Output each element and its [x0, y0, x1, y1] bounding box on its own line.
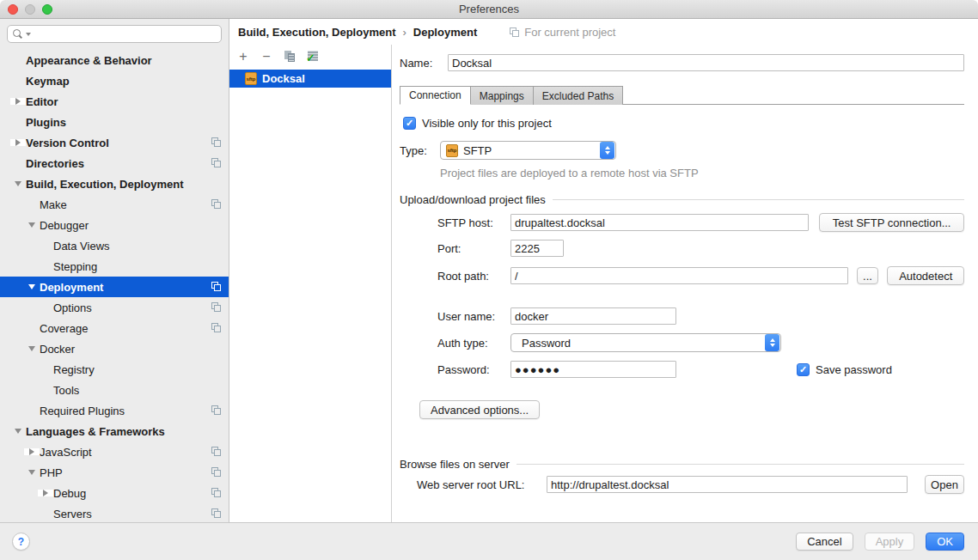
- sidebar-item-stepping[interactable]: Stepping: [0, 256, 229, 277]
- server-item-label: Docksal: [262, 72, 305, 85]
- browse-root-path-button[interactable]: ...: [857, 267, 879, 284]
- preferences-window: Preferences Appearance & BehaviorKeymapE…: [0, 0, 978, 560]
- per-project-icon: [211, 508, 222, 519]
- use-as-default-button[interactable]: [306, 50, 320, 64]
- chevron-right-icon[interactable]: [24, 448, 40, 455]
- sidebar-item-build-execution-deployment[interactable]: Build, Execution, Deployment: [0, 173, 229, 194]
- sidebar-item-docker[interactable]: Docker: [0, 338, 229, 359]
- chevron-down-icon[interactable]: [10, 181, 26, 186]
- help-button[interactable]: ?: [12, 533, 30, 551]
- sidebar-item-keymap[interactable]: Keymap: [0, 70, 229, 91]
- sidebar-item-label: JavaScript: [40, 446, 92, 459]
- chevron-down-icon[interactable]: [24, 470, 40, 475]
- auth-type-value: Password: [517, 337, 765, 350]
- auth-type-label: Auth type:: [437, 337, 510, 350]
- sftp-host-field[interactable]: [510, 214, 809, 231]
- per-project-icon: [211, 467, 222, 478]
- open-button[interactable]: Open: [925, 475, 964, 494]
- sidebar-item-make[interactable]: Make: [0, 194, 229, 215]
- per-project-icon: [211, 447, 222, 457]
- chevron-right-icon[interactable]: [10, 98, 26, 105]
- visible-only-checkbox[interactable]: ✓: [403, 117, 416, 130]
- sidebar-item-options[interactable]: Options: [0, 297, 229, 318]
- server-list-panel: + − sftp Docksal: [229, 45, 392, 522]
- sidebar-item-label: Coverage: [40, 322, 88, 335]
- sidebar-item-label: Required Plugins: [40, 405, 125, 417]
- auth-type-dropdown[interactable]: Password: [510, 333, 781, 352]
- chevron-down-icon[interactable]: [24, 284, 40, 289]
- password-field[interactable]: [510, 361, 676, 378]
- user-name-field[interactable]: [510, 307, 676, 325]
- name-field[interactable]: [448, 54, 964, 71]
- chevron-right-icon[interactable]: [10, 139, 26, 146]
- user-name-label: User name:: [437, 310, 510, 323]
- sidebar-item-debug[interactable]: Debug: [0, 483, 229, 503]
- sidebar-item-label: Version Control: [26, 137, 109, 149]
- type-dropdown[interactable]: sftp SFTP: [440, 141, 616, 160]
- sidebar-item-coverage[interactable]: Coverage: [0, 318, 229, 338]
- sidebar-item-label: Servers: [53, 508, 92, 520]
- autodetect-button[interactable]: Autodetect: [887, 266, 964, 285]
- ok-button[interactable]: OK: [926, 533, 964, 551]
- sidebar-item-required-plugins[interactable]: Required Plugins: [0, 400, 229, 421]
- sidebar-item-debugger[interactable]: Debugger: [0, 215, 229, 235]
- title-bar: Preferences: [0, 0, 978, 19]
- sidebar-item-appearance-behavior[interactable]: Appearance & Behavior: [0, 50, 229, 70]
- web-root-label: Web server root URL:: [417, 478, 547, 491]
- server-list-item-docksal[interactable]: sftp Docksal: [229, 70, 391, 88]
- sidebar-item-label: Plugins: [26, 116, 66, 129]
- sidebar-item-deployment[interactable]: Deployment: [0, 277, 229, 297]
- chevron-down-icon[interactable]: [10, 429, 26, 434]
- copy-icon: [284, 51, 296, 63]
- test-sftp-connection-button[interactable]: Test SFTP connection...: [819, 213, 964, 232]
- tab-mappings[interactable]: Mappings: [470, 86, 534, 105]
- web-root-field[interactable]: [547, 476, 908, 493]
- sidebar-item-version-control[interactable]: Version Control: [0, 132, 229, 153]
- window-title: Preferences: [0, 3, 978, 15]
- root-path-field[interactable]: [510, 267, 848, 284]
- sidebar-item-data-views[interactable]: Data Views: [0, 235, 229, 256]
- scope-label: For current project: [524, 26, 615, 39]
- advanced-options-button[interactable]: Advanced options...: [419, 400, 540, 419]
- save-password-checkbox[interactable]: ✓: [797, 363, 810, 376]
- tab-excluded-paths[interactable]: Excluded Paths: [533, 86, 623, 105]
- per-project-icon: [211, 488, 222, 498]
- per-project-icon: [211, 405, 222, 416]
- sidebar-item-label: Options: [53, 301, 92, 314]
- sidebar-item-directories[interactable]: Directories: [0, 153, 229, 173]
- chevron-down-icon[interactable]: [24, 222, 40, 228]
- browse-group-header: Browse files on server: [400, 458, 964, 471]
- chevron-right-icon[interactable]: [38, 490, 53, 496]
- tab-strip: ConnectionMappingsExcluded Paths: [400, 85, 964, 105]
- sidebar-item-label: Build, Execution, Deployment: [26, 178, 183, 191]
- apply-button[interactable]: Apply: [865, 533, 915, 551]
- chevron-down-icon[interactable]: [24, 346, 40, 351]
- sidebar-item-javascript[interactable]: JavaScript: [0, 441, 229, 462]
- save-password-row: ✓ Save password: [797, 363, 892, 376]
- remove-server-button[interactable]: −: [260, 50, 273, 64]
- visible-only-row: ✓ Visible only for this project: [400, 117, 964, 130]
- tab-connection[interactable]: Connection: [400, 86, 471, 105]
- add-server-button[interactable]: +: [236, 50, 250, 64]
- sidebar-item-label: PHP: [40, 466, 63, 479]
- sidebar-item-registry[interactable]: Registry: [0, 359, 229, 380]
- visible-only-label: Visible only for this project: [422, 117, 552, 130]
- sftp-host-label: SFTP host:: [437, 216, 510, 229]
- sidebar-item-languages-frameworks[interactable]: Languages & Frameworks: [0, 421, 229, 441]
- sidebar-item-editor[interactable]: Editor: [0, 91, 229, 112]
- sidebar-item-plugins[interactable]: Plugins: [0, 112, 229, 132]
- search-filter-caret-icon[interactable]: [26, 33, 31, 36]
- sidebar-item-label: Directories: [26, 157, 84, 170]
- dropdown-stepper-icon: [765, 334, 779, 351]
- copy-server-button[interactable]: [283, 50, 296, 64]
- breadcrumb-section[interactable]: Build, Execution, Deployment: [238, 26, 395, 39]
- sidebar-item-label: Deployment: [40, 281, 103, 294]
- sidebar-item-servers[interactable]: Servers: [0, 503, 229, 522]
- upload-group-header: Upload/download project files: [400, 193, 964, 206]
- type-label: Type:: [400, 144, 440, 157]
- sidebar-item-php[interactable]: PHP: [0, 462, 229, 483]
- cancel-button[interactable]: Cancel: [796, 533, 853, 551]
- port-field[interactable]: [510, 240, 564, 257]
- sidebar-item-tools[interactable]: Tools: [0, 380, 229, 400]
- search-input[interactable]: [7, 25, 222, 43]
